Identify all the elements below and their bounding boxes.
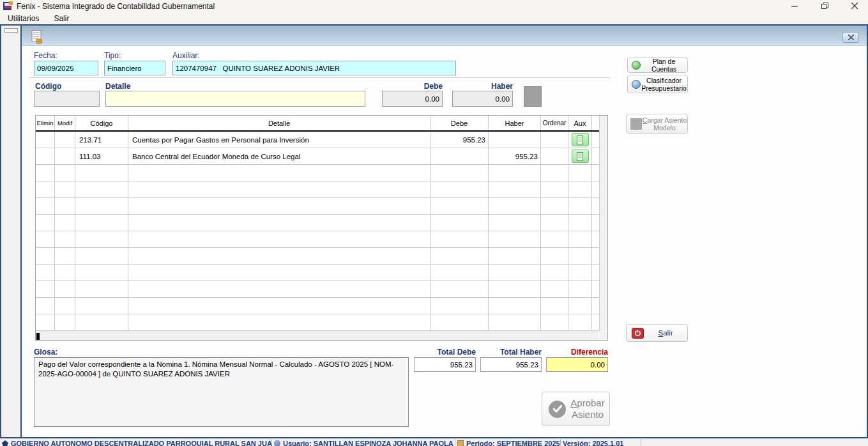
power-icon xyxy=(632,328,644,339)
codigo-input[interactable] xyxy=(34,91,100,107)
tipo-field[interactable]: Financiero xyxy=(104,61,165,75)
table-empty-row xyxy=(36,298,607,314)
close-button[interactable] xyxy=(844,0,865,12)
minimized-window-strip xyxy=(1,26,20,437)
app-icon xyxy=(3,1,13,11)
window-title: Fenix - Sistema Integrado de Contabilida… xyxy=(17,2,215,11)
scrollbar-thumb[interactable] xyxy=(36,333,40,340)
minimized-window-handle[interactable] xyxy=(4,28,18,33)
col-elimin: Elimin xyxy=(36,116,55,130)
debe-input[interactable]: 0.00 xyxy=(382,91,443,107)
table-empty-row xyxy=(36,265,607,281)
col-detalle: Detalle xyxy=(128,116,430,130)
blue-sphere-icon xyxy=(632,80,641,89)
calendar-icon xyxy=(457,440,464,446)
row-codigo: 111.03 xyxy=(75,148,128,164)
cargar-label-line1: Cargar Asiento xyxy=(643,116,687,124)
table-empty-row xyxy=(36,314,607,331)
aprobar-label-line2: Asiento xyxy=(572,409,604,420)
status-version-panel: Versión: 2025.1.01 xyxy=(561,439,641,446)
table-empty-row xyxy=(36,165,607,181)
document-coins-icon xyxy=(31,30,43,44)
status-filler-panel xyxy=(641,439,868,446)
row-detalle: Banco Central del Ecuador Moneda de Curs… xyxy=(128,148,430,164)
clasificador-label-line1: Clasificador xyxy=(646,77,681,84)
asiento-close-button[interactable] xyxy=(842,32,859,43)
total-haber-field: 955.23 xyxy=(480,357,542,372)
col-modif: Modif xyxy=(55,116,75,130)
status-user: Usuario: SANTILLAN ESPINOZA JOHANNA PAOL… xyxy=(283,440,453,446)
fecha-label: Fecha: xyxy=(34,51,57,60)
title-bar: Fenix - Sistema Integrado de Contabilida… xyxy=(0,0,868,12)
detalle-label: Detalle xyxy=(105,82,130,91)
green-sphere-icon xyxy=(632,61,641,70)
glosa-textarea[interactable]: Pago del Valor correspondiente a la Nomi… xyxy=(34,357,409,427)
table-empty-row xyxy=(36,281,607,298)
salir-button[interactable]: Salir xyxy=(626,324,688,342)
col-aux: Aux xyxy=(568,116,592,130)
status-user-panel: Usuario: SANTILLAN ESPINOZA JOHANNA PAOL… xyxy=(272,439,455,446)
cargar-label-line2: Modelo xyxy=(653,124,675,132)
detalle-input[interactable] xyxy=(105,91,365,107)
haber-label: Haber xyxy=(452,82,513,91)
entries-table: Elimin Modif Código Detalle Debe Haber O… xyxy=(35,115,608,341)
total-haber-label: Total Haber xyxy=(480,348,542,357)
col-haber: Haber xyxy=(489,116,541,130)
table-empty-row xyxy=(36,248,607,265)
total-debe-label: Total Debe xyxy=(414,348,476,357)
row-haber: 955.23 xyxy=(489,148,541,164)
separator-line xyxy=(29,77,610,78)
fecha-field[interactable]: 09/09/2025 xyxy=(34,61,98,75)
table-empty-row xyxy=(36,181,607,198)
table-empty-row xyxy=(36,215,607,231)
row-detalle: Cuentas por Pagar Gastos en Personal par… xyxy=(128,132,430,148)
table-row[interactable]: 111.03 Banco Central del Ecuador Moneda … xyxy=(36,148,607,165)
status-bar: GOBIERNO AUTONOMO DESCENTRALIZADO PARROQ… xyxy=(0,438,868,446)
row-debe: 955.23 xyxy=(430,132,489,148)
minimize-button[interactable] xyxy=(784,0,805,12)
status-entity-panel: GOBIERNO AUTONOMO DESCENTRALIZADO PARROQ… xyxy=(0,439,272,446)
table-horizontal-scrollbar[interactable] xyxy=(36,332,598,340)
table-vertical-scrollbar[interactable] xyxy=(599,116,607,331)
col-codigo: Código xyxy=(75,116,128,130)
col-debe: Debe xyxy=(430,116,489,130)
entity-icon xyxy=(2,440,8,446)
status-entity: GOBIERNO AUTONOMO DESCENTRALIZADO PARROQ… xyxy=(11,440,272,446)
col-ordenar: Ordenar xyxy=(541,116,568,130)
aprobar-asiento-button[interactable]: Aprobar Asiento xyxy=(542,392,610,426)
user-icon xyxy=(274,440,280,446)
diferencia-label: Diferencia xyxy=(546,348,608,357)
salir-label: Salir xyxy=(644,329,687,337)
plan-de-cuentas-button[interactable]: Plan de Cuentas xyxy=(627,58,688,73)
add-entry-button[interactable] xyxy=(524,86,542,107)
aux-button[interactable] xyxy=(572,133,589,146)
clasificador-label-line2: Presupuestario xyxy=(641,84,687,92)
table-empty-row xyxy=(36,198,607,215)
status-period: Periodo: SEPTIEMBRE 2025 xyxy=(466,440,560,446)
glosa-label: Glosa: xyxy=(34,348,57,357)
restore-button[interactable] xyxy=(814,0,835,12)
aprobar-label-line1: Aprobar xyxy=(570,397,604,408)
table-empty-row xyxy=(36,231,607,248)
scrollbar-corner xyxy=(599,332,607,340)
row-codigo: 213.71 xyxy=(75,132,128,148)
diferencia-field: 0.00 xyxy=(546,357,608,372)
haber-input[interactable]: 0.00 xyxy=(452,91,513,107)
tipo-label: Tipo: xyxy=(104,51,121,60)
plan-de-cuentas-label: Plan de Cuentas xyxy=(641,58,687,73)
gray-square-icon xyxy=(630,118,642,130)
auxiliar-label: Auxiliar: xyxy=(172,51,200,60)
codigo-label: Código xyxy=(35,82,61,91)
menu-salir[interactable]: Salir xyxy=(47,12,75,24)
cargar-asiento-modelo-button[interactable]: Cargar Asiento Modelo xyxy=(626,114,688,134)
auxiliar-field[interactable]: 1207470947 QUINTO SUAREZ ADONIS JAVIER xyxy=(172,61,456,75)
menu-utilitarios[interactable]: Utilitarios xyxy=(1,12,45,24)
aux-button[interactable] xyxy=(572,150,589,163)
table-header-row: Elimin Modif Código Detalle Debe Haber O… xyxy=(36,116,607,132)
clasificador-presupuestario-button[interactable]: Clasificador Presupuestario xyxy=(627,75,688,93)
status-version: Versión: 2025.1.01 xyxy=(563,440,623,446)
table-row[interactable]: 213.71 Cuentas por Pagar Gastos en Perso… xyxy=(36,132,607,148)
row-haber xyxy=(489,132,541,148)
total-debe-field: 955.23 xyxy=(414,357,476,372)
asiento-window-header xyxy=(22,26,867,46)
